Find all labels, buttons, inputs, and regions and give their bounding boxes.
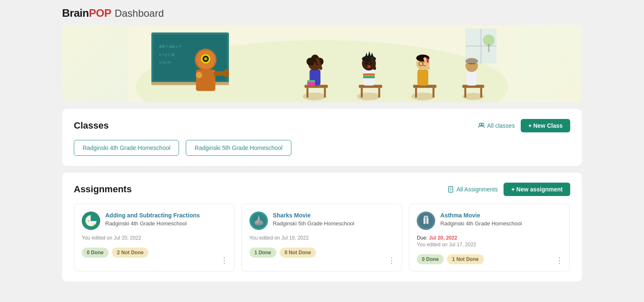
assignment-card-1[interactable]: + — Adding and Subtracting Fractions Rad… (74, 204, 235, 271)
svg-rect-37 (363, 75, 375, 76)
svg-rect-39 (363, 77, 375, 78)
svg-point-16 (196, 72, 202, 78)
new-class-button[interactable]: + New Class (521, 119, 570, 132)
assignments-grid: + — Adding and Subtracting Fractions Rad… (74, 204, 570, 271)
all-classes-link[interactable]: All classes (478, 122, 515, 129)
svg-rect-15 (224, 69, 229, 77)
svg-rect-14 (213, 71, 225, 76)
svg-rect-7 (151, 82, 229, 85)
svg-rect-33 (361, 88, 363, 98)
svg-rect-96 (424, 216, 428, 217)
page-header: BrainPOP Dashboard (62, 0, 582, 25)
asthma-icon-svg (417, 212, 435, 230)
card-menu-2[interactable]: ⋮ (388, 257, 396, 264)
classes-title: Classes (74, 120, 109, 131)
svg-rect-64 (480, 88, 482, 98)
svg-point-91 (257, 221, 258, 222)
done-badge-1: 0 Done (82, 248, 109, 258)
svg-point-47 (367, 65, 370, 68)
assignment-class-1: Radginski 4th Grade Homeschool (105, 220, 200, 227)
hero-illustration: 2/3 + 1/4 = ? x + y = 10 ∑ f(x) dx (62, 25, 582, 102)
all-assignments-icon (447, 186, 454, 193)
classes-actions: All classes + New Class (478, 119, 570, 132)
card-menu-1[interactable]: ⋮ (221, 257, 229, 264)
assignment-card-3-header: Asthma Movie Radginski 4th Grade Homesch… (417, 212, 562, 230)
not-done-badge-2: 0 Not Done (280, 248, 316, 258)
svg-rect-51 (415, 88, 417, 98)
all-assignments-link[interactable]: All Assignments (447, 186, 498, 193)
svg-text:—: — (93, 222, 96, 226)
assignment-title-3: Asthma Movie (440, 212, 522, 219)
assignment-info-2: Sharks Movie Radginski 5th Grade Homesch… (273, 212, 354, 227)
svg-rect-36 (363, 74, 375, 75)
svg-rect-19 (306, 88, 309, 98)
class-tab-4th[interactable]: Radginski 4th Grade Homeschool (74, 140, 179, 156)
svg-text:∑ f(x) dx: ∑ f(x) dx (159, 61, 171, 65)
assignment-footer-3: 0 Done 1 Not Done (417, 254, 562, 264)
svg-rect-53 (418, 69, 428, 85)
svg-point-26 (312, 64, 314, 65)
svg-text:+: + (88, 219, 90, 223)
hero-banner: 2/3 + 1/4 = ? x + y = 10 ∑ f(x) dx (62, 25, 582, 102)
svg-rect-38 (363, 76, 375, 77)
assignment-footer-2: 1 Done 0 Not Done (249, 248, 395, 258)
svg-rect-20 (324, 88, 326, 98)
classes-header: Classes All classes + New Class (74, 119, 570, 132)
not-done-badge-1: 2 Not Done (112, 248, 148, 258)
assignments-header: Assignments All Assignments + New assign… (74, 183, 570, 196)
assignment-info-1: Adding and Subtracting Fractions Radgins… (105, 212, 200, 227)
all-classes-icon (478, 122, 485, 129)
new-assignment-button[interactable]: + New assignment (504, 183, 570, 196)
svg-rect-95 (426, 217, 428, 224)
svg-point-89 (254, 220, 263, 225)
svg-point-17 (303, 93, 326, 101)
page-title: Dashboard (114, 8, 164, 19)
assignment-card-3[interactable]: Asthma Movie Radginski 4th Grade Homesch… (409, 204, 570, 271)
assignment-card-2[interactable]: Sharks Movie Radginski 5th Grade Homesch… (242, 204, 402, 271)
svg-rect-60 (427, 58, 429, 63)
svg-text:x + y = 10: x + y = 10 (159, 52, 175, 57)
assignment-class-3: Radginski 4th Grade Homeschool (440, 220, 522, 227)
assignments-actions: All Assignments + New assignment (447, 183, 570, 196)
assignment-card-1-header: + — Adding and Subtracting Fractions Rad… (82, 212, 227, 230)
assignment-meta-1: You edited on Jul 20, 2022 (82, 235, 227, 241)
assignment-title-1: Adding and Subtracting Fractions (105, 212, 200, 219)
assignments-title: Assignments (74, 184, 132, 195)
svg-rect-94 (423, 217, 426, 224)
assignment-info-3: Asthma Movie Radginski 4th Grade Homesch… (440, 212, 522, 227)
class-tab-5th[interactable]: Radginski 5th Grade Homeschool (186, 140, 291, 156)
done-badge-2: 1 Done (249, 248, 276, 258)
svg-rect-52 (433, 88, 435, 98)
svg-rect-34 (378, 88, 380, 98)
svg-text:2/3 + 1/4 = ?: 2/3 + 1/4 = ? (159, 45, 181, 49)
card-menu-3[interactable]: ⋮ (556, 257, 564, 264)
done-badge-3: 0 Done (417, 254, 444, 264)
svg-point-45 (366, 62, 368, 65)
assignment-icon-sharks (249, 212, 268, 230)
svg-point-12 (204, 57, 207, 60)
svg-point-49 (411, 93, 435, 101)
not-done-badge-3: 1 Not Done (447, 254, 483, 264)
assignment-meta-2: You edited on Jul 19, 2022 (249, 235, 395, 241)
classes-list: Radginski 4th Grade Homeschool Radginski… (74, 140, 570, 156)
assignments-section: Assignments All Assignments + New assign… (62, 173, 582, 281)
svg-rect-65 (467, 71, 477, 85)
assignment-card-2-header: Sharks Movie Radginski 5th Grade Homesch… (249, 212, 395, 230)
assignment-footer-1: 0 Done 2 Not Done (82, 248, 227, 258)
math-icon-svg: + — (82, 212, 100, 230)
svg-point-93 (418, 213, 434, 228)
svg-rect-63 (464, 88, 466, 98)
brand-logo: BrainPOP (62, 7, 111, 20)
assignment-due-3: Due: Jul 20, 2022 (417, 235, 562, 241)
assignment-meta-3: You edited on Jul 17, 2022 (417, 242, 562, 248)
sharks-icon-svg (249, 212, 268, 230)
assignment-class-2: Radginski 5th Grade Homeschool (273, 220, 354, 227)
assignment-icon-math: + — (82, 212, 100, 230)
classes-section: Classes All classes + New Class Radginsk… (62, 109, 582, 166)
svg-rect-72 (488, 44, 490, 52)
assignment-icon-asthma (417, 212, 435, 230)
svg-rect-30 (307, 80, 315, 82)
svg-point-31 (357, 93, 380, 101)
assignment-title-2: Sharks Movie (273, 212, 354, 219)
